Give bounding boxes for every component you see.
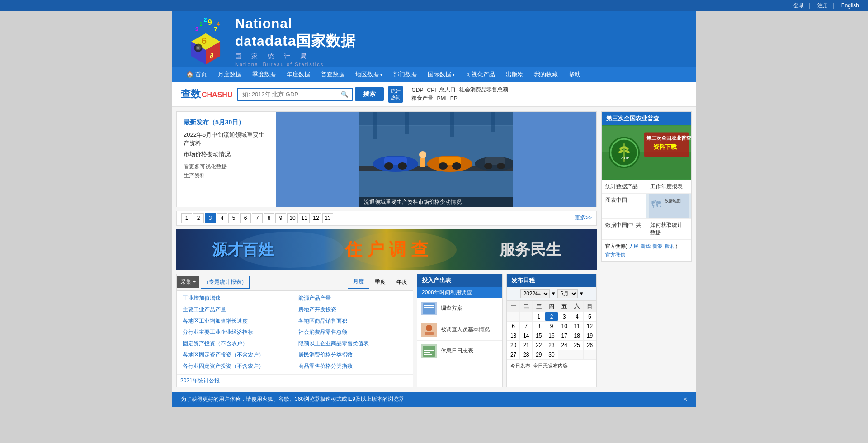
search-button[interactable]: 搜索 (355, 87, 384, 101)
cal-cell-13[interactable]: 13 (507, 331, 520, 340)
cal-cell-22[interactable]: 22 (533, 340, 545, 350)
nav-international[interactable]: 国际数据 ▾ (422, 67, 460, 82)
sidebar-weibo-renmin[interactable]: 人民 (629, 243, 639, 250)
cal-cell-12[interactable]: 12 (583, 321, 596, 331)
tab-quarterly[interactable]: 季度 (369, 276, 391, 289)
stats-item-10[interactable]: 限额以上企业商品零售类值表 (295, 338, 410, 349)
stats-item-4[interactable]: 房地产开发投资 (295, 304, 410, 315)
cal-cell-27[interactable]: 27 (507, 350, 520, 359)
tag-retail[interactable]: 社会消费品零售总额 (459, 86, 508, 94)
nav-dept[interactable]: 部门数据 (388, 67, 422, 82)
stats-item-7[interactable]: 分行业主要工业企业经济指标 (179, 327, 295, 338)
stats-special-button[interactable]: 采集 + (177, 276, 199, 288)
tag-ppi[interactable]: PPI (450, 95, 459, 102)
page-12[interactable]: 12 (311, 213, 321, 223)
tag-pmi[interactable]: PMI (437, 95, 446, 102)
cal-month-select[interactable]: 6月 (557, 289, 578, 298)
stats-item-2[interactable]: 能源产品产量 (295, 293, 410, 304)
cal-cell-24[interactable]: 24 (558, 340, 571, 350)
sidebar-weibo-sina[interactable]: 新浪 (652, 243, 662, 250)
nav-favorites[interactable]: 我的收藏 (529, 67, 563, 82)
news-link2[interactable]: 生产资料 (184, 172, 269, 180)
sidebar-weibo-tencent[interactable]: 腾讯 (664, 243, 674, 250)
tag-population[interactable]: 总人口 (439, 86, 456, 94)
io-item-1[interactable]: 调查方案 (417, 298, 502, 319)
cal-year-select[interactable]: 2022年 (520, 289, 550, 298)
stats-item-8[interactable]: 社会消费品零售总额 (295, 327, 410, 338)
stats-item-3[interactable]: 主要工业产品产量 (179, 304, 295, 315)
tab-monthly[interactable]: 月度 (348, 276, 369, 289)
page-5[interactable]: 5 (228, 213, 239, 223)
stats-yearbook-link[interactable]: 2021年统计公报 (180, 377, 220, 384)
cal-cell-30[interactable]: 30 (545, 350, 558, 359)
cal-cell-21[interactable]: 21 (520, 340, 533, 350)
stats-item-12[interactable]: 居民消费价格分类指数 (295, 349, 410, 361)
nav-census[interactable]: 普查数据 (316, 67, 350, 82)
cal-cell-2-today[interactable]: 2 (545, 312, 558, 321)
page-4[interactable]: 4 (217, 213, 227, 223)
cal-cell-19[interactable]: 19 (583, 331, 596, 340)
page-3[interactable]: 3 (205, 213, 216, 223)
sidebar-link-yearbook[interactable]: 工作年度报表 (646, 180, 691, 194)
tag-grain[interactable]: 粮食产量 (411, 95, 433, 102)
cal-cell-16[interactable]: 16 (545, 331, 558, 340)
cal-cell-10[interactable]: 10 (558, 321, 571, 331)
page-7[interactable]: 7 (252, 213, 263, 223)
nav-publications[interactable]: 出版物 (500, 67, 529, 82)
page-2[interactable]: 2 (193, 213, 204, 223)
cal-cell-17[interactable]: 17 (558, 331, 571, 340)
english-link[interactable]: English (841, 2, 859, 9)
nav-annual[interactable]: 年度数据 (281, 67, 316, 82)
cal-cell-28[interactable]: 28 (520, 350, 533, 359)
stats-item-14[interactable]: 商品零售价格分类指数 (295, 361, 410, 372)
page-11[interactable]: 11 (299, 213, 310, 223)
sidebar-weixin[interactable]: 官方微信 (605, 252, 625, 258)
cal-cell-29[interactable]: 29 (533, 350, 545, 359)
cal-cell-9[interactable]: 9 (545, 321, 558, 331)
tab-annual[interactable]: 年度 (391, 276, 413, 289)
page-1[interactable]: 1 (181, 213, 192, 223)
sidebar-weibo-xinhua[interactable]: 新华 (641, 243, 651, 250)
cal-cell-15[interactable]: 15 (533, 331, 545, 340)
stats-item-1[interactable]: 工业增加值增速 (179, 293, 295, 304)
cal-cell-6[interactable]: 6 (507, 321, 520, 331)
cal-cell-3[interactable]: 3 (558, 312, 571, 321)
cal-cell-5[interactable]: 5 (583, 312, 596, 321)
cal-cell-11[interactable]: 11 (571, 321, 583, 331)
search-input[interactable] (238, 89, 337, 100)
stats-item-13[interactable]: 各行业固定资产投资（不含农户） (179, 361, 295, 372)
tag-gdp[interactable]: GDP (411, 87, 423, 93)
stats-item-11[interactable]: 各地区固定资产投资（不含农户） (179, 349, 295, 361)
sidebar-link-stats-data[interactable]: 统计数据产品 (602, 180, 646, 194)
nav-regional[interactable]: 地区数据 ▾ (350, 67, 388, 82)
page-10[interactable]: 10 (287, 213, 298, 223)
stats-item-6[interactable]: 各地区商品销售面积 (295, 315, 410, 327)
page-13[interactable]: 13 (322, 213, 333, 223)
page-6[interactable]: 6 (240, 213, 251, 223)
io-item-2[interactable]: 被调查人员基本情况 (417, 319, 502, 341)
cal-cell-20[interactable]: 20 (507, 340, 520, 350)
page-8[interactable]: 8 (264, 213, 274, 223)
notification-close-button[interactable]: × (683, 395, 687, 404)
register-link[interactable]: 注册 (817, 2, 828, 9)
more-link[interactable]: 更多>> (575, 214, 592, 222)
sidebar-link-chart-cn[interactable]: 图表中国 (602, 194, 646, 219)
sidebar-link-data-bilingual[interactable]: 数据中国[中 英] (602, 219, 646, 240)
cal-cell-4[interactable]: 4 (571, 312, 583, 321)
cal-cell-8[interactable]: 8 (533, 321, 545, 331)
stats-item-9[interactable]: 固定资产投资（不含农户） (179, 338, 295, 349)
io-item-3[interactable]: 休息日日志表 (417, 341, 502, 362)
tag-cpi[interactable]: CPI (427, 87, 436, 93)
sidebar-link-get-data[interactable]: 如何获取统计数据 (646, 219, 691, 240)
login-link[interactable]: 登录 (793, 2, 804, 9)
cal-cell-1[interactable]: 1 (533, 312, 545, 321)
cal-cell-7[interactable]: 7 (520, 321, 533, 331)
cal-cell-26[interactable]: 26 (583, 340, 596, 350)
page-9[interactable]: 9 (275, 213, 286, 223)
search-icon-button[interactable]: 🔍 (337, 89, 352, 100)
nav-quarterly[interactable]: 季度数据 (247, 67, 281, 82)
stats-item-5[interactable]: 各地区工业增加值增长速度 (179, 315, 295, 327)
nav-visual[interactable]: 可视化产品 (460, 67, 500, 82)
cal-cell-25[interactable]: 25 (571, 340, 583, 350)
news-link1[interactable]: 看更多可视化数据 (184, 163, 269, 171)
